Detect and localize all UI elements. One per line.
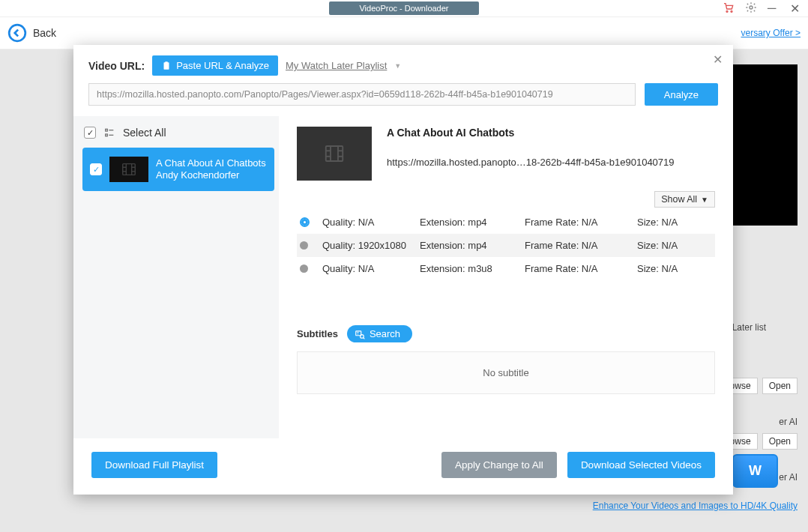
subtitle-search-button[interactable]: T Search (347, 325, 412, 342)
format-framerate: Frame Rate: N/A (525, 263, 637, 274)
modal-close-button[interactable]: ✕ (713, 52, 723, 67)
search-icon: T (355, 329, 365, 339)
detail-thumb (297, 127, 372, 181)
show-all-button[interactable]: Show All ▼ (654, 191, 715, 208)
format-radio[interactable] (300, 265, 308, 273)
svg-rect-7 (106, 134, 108, 136)
svg-point-3 (9, 25, 25, 41)
subtitle-search-label: Search (370, 328, 400, 339)
enhance-link[interactable]: Enhance Your Videos and Images to HD/4K … (593, 501, 798, 511)
format-ext: Extension: mp4 (420, 240, 525, 251)
paste-analyze-button[interactable]: Paste URL & Analyze (152, 55, 278, 76)
watch-later-link[interactable]: My Watch Later Playlist (286, 60, 387, 71)
detail-title: A Chat About AI Chatbots (387, 127, 675, 139)
svg-rect-17 (326, 146, 343, 161)
back-button[interactable]: Back (7, 23, 56, 43)
window-title: VideoProc - Downloader (329, 1, 478, 15)
format-ext: Extension: mp4 (420, 217, 525, 228)
svg-point-2 (750, 6, 753, 9)
download-full-playlist-button[interactable]: Download Full Playlist (91, 452, 217, 478)
no-subtitle-text: No subtitle (297, 351, 715, 394)
chevron-down-icon[interactable]: ▼ (394, 62, 401, 70)
list-icon (103, 127, 115, 139)
minimize-button[interactable]: ─ (768, 1, 780, 13)
format-row[interactable]: Quality: 1920x1080 Extension: mp4 Frame … (297, 234, 715, 257)
format-quality: Quality: N/A (322, 217, 420, 228)
format-row[interactable]: Quality: N/A Extension: m3u8 Frame Rate:… (297, 257, 715, 280)
detail-url: https://mozilla.hosted.panopto…18-262b-4… (387, 157, 675, 168)
format-ext: Extension: m3u8 (420, 263, 525, 274)
format-quality: Quality: 1920x1080 (322, 240, 420, 251)
playlist-item-author: Andy Kochendorfer (156, 169, 266, 181)
format-radio[interactable] (300, 217, 310, 227)
format-size: Size: N/A (637, 217, 712, 228)
format-framerate: Frame Rate: N/A (525, 217, 637, 228)
playlist-item-checkbox[interactable]: ✓ (90, 163, 102, 175)
back-arrow-icon (7, 23, 27, 43)
playlist-item-title: A Chat About AI Chatbots (156, 157, 266, 169)
show-all-label: Show All (661, 194, 697, 205)
analyze-modal: ✕ Video URL: Paste URL & Analyze My Watc… (73, 45, 733, 495)
back-label: Back (33, 27, 56, 39)
svg-rect-4 (164, 62, 169, 69)
playlist-item[interactable]: ✓ A Chat About AI Chatbots Andy Kochendo… (82, 148, 274, 191)
subtitles-label: Subtitles (297, 328, 338, 339)
svg-rect-10 (123, 164, 136, 175)
playlist-panel: ✓ Select All ✓ A Chat About AI Chatbots … (73, 116, 279, 438)
format-size: Size: N/A (637, 263, 712, 274)
analyze-button[interactable]: Analyze (645, 83, 718, 106)
close-button[interactable]: ✕ (790, 1, 802, 13)
format-table: Quality: N/A Extension: mp4 Frame Rate: … (297, 211, 715, 280)
chevron-down-icon: ▼ (701, 196, 708, 204)
gear-icon[interactable] (745, 1, 757, 13)
format-framerate: Frame Rate: N/A (525, 240, 637, 251)
url-label: Video URL: (88, 60, 145, 72)
apply-change-button[interactable]: Apply Change to All (441, 452, 557, 478)
paste-analyze-label: Paste URL & Analyze (176, 60, 269, 71)
svg-text:T: T (357, 331, 359, 335)
cart-icon[interactable] (723, 1, 735, 13)
svg-rect-6 (106, 129, 108, 131)
format-size: Size: N/A (637, 240, 712, 251)
offer-link[interactable]: versary Offer > (741, 28, 801, 38)
url-input[interactable] (88, 83, 636, 106)
select-all-checkbox[interactable]: ✓ (84, 127, 96, 139)
svg-point-0 (726, 10, 728, 12)
select-all-label: Select All (123, 127, 166, 139)
open-button[interactable]: Open (762, 378, 798, 394)
playlist-item-thumb (109, 157, 148, 182)
format-quality: Quality: N/A (322, 263, 420, 274)
download-selected-button[interactable]: Download Selected Videos (567, 452, 715, 478)
clipboard-icon (161, 61, 172, 71)
svg-point-26 (360, 334, 364, 338)
film-icon (121, 161, 137, 178)
format-row[interactable]: Quality: N/A Extension: mp4 Frame Rate: … (297, 211, 715, 234)
svg-point-1 (731, 10, 732, 12)
svg-line-27 (364, 337, 365, 339)
open-button-2[interactable]: Open (762, 433, 798, 450)
detail-panel: A Chat About AI Chatbots https://mozilla… (279, 116, 733, 438)
download-now-button[interactable]: W (732, 454, 778, 488)
svg-rect-5 (165, 61, 168, 63)
film-icon (323, 142, 346, 165)
format-radio[interactable] (300, 241, 308, 250)
